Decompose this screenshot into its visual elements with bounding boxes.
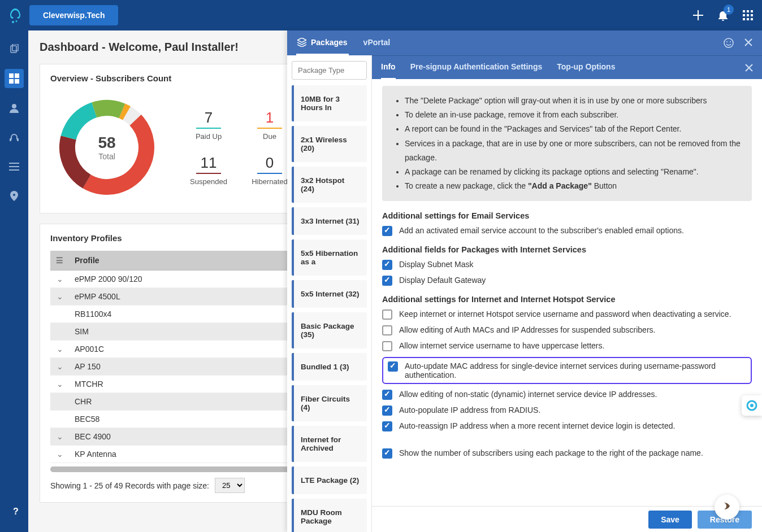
page-size-select[interactable]: 25 (215, 478, 245, 493)
smile-icon[interactable] (724, 38, 734, 48)
check-row[interactable]: Auto-update MAC address for single-devic… (382, 357, 752, 384)
section-fields-heading: Additional fields for Packages with Inte… (382, 245, 752, 254)
package-item[interactable]: Bundled 1 (3) (292, 353, 367, 381)
package-item[interactable]: Fiber Circuits (4) (292, 385, 367, 421)
svg-rect-3 (743, 14, 745, 16)
checkbox-icon[interactable] (382, 421, 392, 431)
check-show-count[interactable]: Show the number of subscribers using eac… (382, 448, 752, 459)
package-item[interactable]: Internet for Archived (292, 426, 367, 462)
package-item[interactable]: Basic Package (35) (292, 312, 367, 348)
checkbox-icon[interactable] (382, 448, 392, 459)
packages-tabbar: Packages vPortal (287, 30, 762, 55)
svg-rect-11 (9, 73, 14, 78)
close-settings-icon[interactable] (745, 64, 753, 72)
packages-layers-icon (297, 38, 306, 47)
expand-icon[interactable] (50, 411, 69, 428)
expand-icon[interactable]: ⌄ (50, 428, 69, 446)
expand-icon[interactable]: ⌄ (50, 271, 69, 288)
checkbox-icon[interactable] (382, 260, 392, 270)
checkbox-icon[interactable] (382, 276, 392, 286)
check-row[interactable]: Keep internet or internet Hotspot servic… (382, 309, 752, 320)
svg-point-27 (724, 38, 733, 47)
expand-icon[interactable]: ⌄ (50, 376, 69, 393)
expand-icon[interactable]: ⌄ (50, 446, 69, 463)
checkbox-icon[interactable] (382, 226, 392, 236)
table-footer-text: Showing 1 - 25 of 49 Records with page s… (50, 481, 209, 490)
check-row[interactable]: Auto-reassign IP address when a more rec… (382, 421, 752, 431)
svg-rect-6 (743, 18, 745, 20)
sidebar-list-icon[interactable] (5, 157, 24, 176)
fab-button[interactable] (715, 495, 739, 520)
col-profile[interactable]: Profile (69, 251, 314, 271)
checkbox-icon[interactable] (388, 361, 398, 372)
sidebar-dashboard-icon[interactable] (5, 69, 24, 88)
save-button[interactable]: Save (648, 511, 692, 529)
side-float-button[interactable] (742, 395, 762, 416)
add-icon[interactable] (690, 7, 707, 24)
check-row[interactable]: Auto-populate IP address from RADIUS. (382, 405, 752, 416)
svg-rect-4 (747, 14, 749, 16)
package-item[interactable]: 2x1 Wireless (20) (292, 126, 367, 162)
sidebar-map-icon[interactable] (5, 186, 24, 206)
notification-badge: 1 (724, 5, 734, 15)
info-list-item: Services in a package, that are in use b… (405, 137, 742, 165)
apps-icon[interactable] (739, 7, 756, 24)
tab-packages-label: Packages (311, 38, 348, 47)
svg-point-15 (12, 104, 16, 108)
package-item[interactable]: 3x3 Internet (31) (292, 207, 367, 235)
expand-icon[interactable] (50, 306, 69, 323)
settings-tabbar: Info Pre-signup Authentication Settings … (372, 55, 762, 79)
expand-icon[interactable]: ⌄ (50, 358, 69, 376)
menu-icon[interactable]: ☰ (50, 251, 69, 271)
package-type-input[interactable] (292, 61, 367, 80)
tab-topup[interactable]: Top-up Options (557, 56, 615, 80)
checkbox-icon[interactable] (382, 341, 392, 351)
svg-point-29 (730, 41, 731, 42)
donut-total: 58 (98, 134, 115, 152)
package-item[interactable]: LTE Package (2) (292, 466, 367, 494)
tab-info[interactable]: Info (381, 56, 396, 80)
svg-rect-12 (15, 73, 19, 78)
check-email-activated[interactable]: Add an activated email service account t… (382, 226, 752, 236)
svg-rect-8 (751, 18, 753, 20)
package-search (292, 61, 367, 80)
package-item[interactable]: 5x5 Internet (32) (292, 280, 367, 308)
expand-icon[interactable] (50, 323, 69, 341)
help-icon[interactable]: ? (8, 504, 24, 520)
package-item[interactable]: 5x5 Hibernation as a (292, 239, 367, 276)
notifications-icon[interactable]: 1 (715, 7, 731, 24)
donut-total-label: Total (98, 152, 115, 161)
expand-icon[interactable]: ⌄ (50, 288, 69, 306)
info-list-item: To create a new package, click the "Add … (405, 179, 742, 193)
info-list-item: A report can be found in the "Packages a… (405, 122, 742, 136)
tab-presignup[interactable]: Pre-signup Authentication Settings (410, 56, 543, 80)
close-panel-icon[interactable] (744, 38, 753, 48)
stat-item: 11Suspended (180, 154, 237, 186)
checkbox-icon[interactable] (382, 405, 392, 416)
checkbox-icon[interactable] (382, 309, 392, 320)
checkbox-icon[interactable] (382, 390, 392, 400)
sidebar-support-icon[interactable] (5, 128, 24, 147)
sidebar-user-icon[interactable] (5, 98, 24, 117)
check-row[interactable]: Display Default Gateway (382, 276, 752, 286)
tab-packages[interactable]: Packages (296, 30, 349, 55)
check-row[interactable]: Display Subnet Mask (382, 260, 752, 270)
svg-rect-20 (9, 169, 19, 171)
checkbox-icon[interactable] (382, 325, 392, 335)
package-item[interactable]: MDU Room Package (292, 499, 367, 532)
package-item[interactable]: 10MB for 3 Hours In (292, 85, 367, 121)
info-list-item: The "Delete Package" option will gray-ou… (405, 94, 742, 108)
expand-icon[interactable]: ⌄ (50, 341, 69, 358)
expand-icon[interactable] (50, 393, 69, 411)
brand-chip[interactable]: Cleverwisp.Tech (29, 5, 118, 25)
tab-vportal[interactable]: vPortal (362, 30, 391, 55)
check-row[interactable]: Allow editing of Auth MACs and IP Addres… (382, 325, 752, 335)
sidebar-copy-icon[interactable] (5, 40, 24, 59)
package-item[interactable]: 3x2 Hotspot (24) (292, 167, 367, 203)
check-row[interactable]: Allow internet service username to have … (382, 341, 752, 351)
stat-item: 7Paid Up (180, 109, 237, 141)
svg-rect-19 (9, 166, 19, 167)
sidebar (0, 30, 28, 532)
svg-point-28 (726, 41, 728, 42)
check-row[interactable]: Allow editing of non-static (dynamic) in… (382, 390, 752, 400)
